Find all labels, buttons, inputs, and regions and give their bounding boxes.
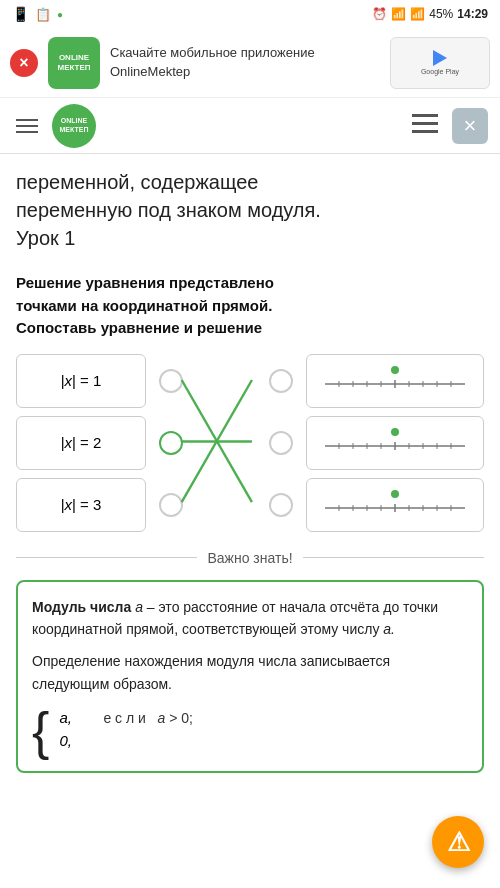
wifi-icon: 📶 [391,7,406,21]
number-line-3 [306,478,484,532]
left-circle-3a[interactable] [159,493,183,517]
battery-text: 45% [429,7,453,21]
play-triangle-icon [433,50,447,66]
info-para-2: Определение нахождения модуля числа запи… [32,650,468,695]
divider-row: Важно знать! [16,550,484,566]
match-section: Решение уравнения представленоточками на… [16,272,484,532]
page-subtitle: переменной, содержащеепеременную под зна… [16,168,484,252]
google-play-label: Google Play [421,68,459,75]
number-line-svg-1 [311,362,479,400]
left-circles-2 [146,431,196,455]
nav-bar: ONLINE МЕКТЕП × [0,98,500,154]
number-line-svg-3 [311,486,479,524]
status-right-icons: ⏰ 📶 📶 45% 14:29 [372,7,488,21]
banner-text: Скачайте мобильное приложение OnlineMekt… [110,44,380,80]
match-row-1: |x| = 1 [16,354,484,408]
right-circle-1a[interactable] [269,369,293,393]
match-rows-container: |x| = 1 [16,354,484,532]
equation-3[interactable]: |x| = 3 [16,478,146,532]
right-circles-2 [256,431,306,455]
match-instruction: Решение уравнения представленоточками на… [16,272,484,340]
svg-rect-1 [412,122,438,125]
divider-left [16,557,197,558]
svg-point-3 [391,366,399,374]
google-play-button[interactable]: Google Play [390,37,490,89]
number-line-1 [306,354,484,408]
piecewise-formula: { a, е с л и a > 0; 0, [32,705,468,771]
svg-point-25 [391,490,399,498]
svg-rect-0 [412,114,438,117]
info-para-1: Модуль числа a – это расстояние от начал… [32,596,468,641]
list-view-button[interactable] [408,110,442,142]
dot-icon: ● [57,9,63,20]
right-circle-3a[interactable] [269,493,293,517]
nav-logo: ONLINE МЕКТЕП [52,104,96,148]
equation-2[interactable]: |x| = 2 [16,416,146,470]
hamburger-menu-button[interactable] [12,115,42,137]
divider-label: Важно знать! [207,550,292,566]
left-circles-3 [146,493,196,517]
warning-fab-button[interactable]: ⚠ [432,816,484,868]
status-bar: 📱 📋 ● ⏰ 📶 📶 45% 14:29 [0,0,500,28]
app-banner: × ONLINE МЕКТЕП Скачайте мобильное прило… [0,28,500,98]
svg-rect-2 [412,130,438,133]
banner-close-button[interactable]: × [10,49,38,77]
notification-icon: 📱 [12,6,29,22]
divider-right [303,557,484,558]
banner-logo: ONLINE МЕКТЕП [48,37,100,89]
alarm-icon: ⏰ [372,7,387,21]
info-box: Модуль числа a – это расстояние от начал… [16,580,484,774]
brace-symbol: { [32,705,49,757]
nav-close-button[interactable]: × [452,108,488,144]
piecewise-case-1: a, е с л и a > 0; [59,709,193,726]
equation-1[interactable]: |x| = 1 [16,354,146,408]
right-circles-1 [256,369,306,393]
match-row-3: |x| = 3 [16,478,484,532]
page-content: переменной, содержащеепеременную под зна… [0,154,500,773]
list-icon [412,114,438,134]
left-circles-1 [146,369,196,393]
number-line-2 [306,416,484,470]
left-circle-1a[interactable] [159,369,183,393]
signal-icon: 📶 [410,7,425,21]
right-circle-2a[interactable] [269,431,293,455]
number-line-svg-2 [311,424,479,462]
match-row-2: |x| = 2 [16,416,484,470]
warning-icon: ⚠ [447,829,470,855]
screenshot-icon: 📋 [35,7,51,22]
status-left-icons: 📱 📋 ● [12,6,63,22]
right-circles-3 [256,493,306,517]
left-circle-2a[interactable] [159,431,183,455]
svg-point-14 [391,428,399,436]
piecewise-case-2: 0, [59,732,193,749]
time-display: 14:29 [457,7,488,21]
